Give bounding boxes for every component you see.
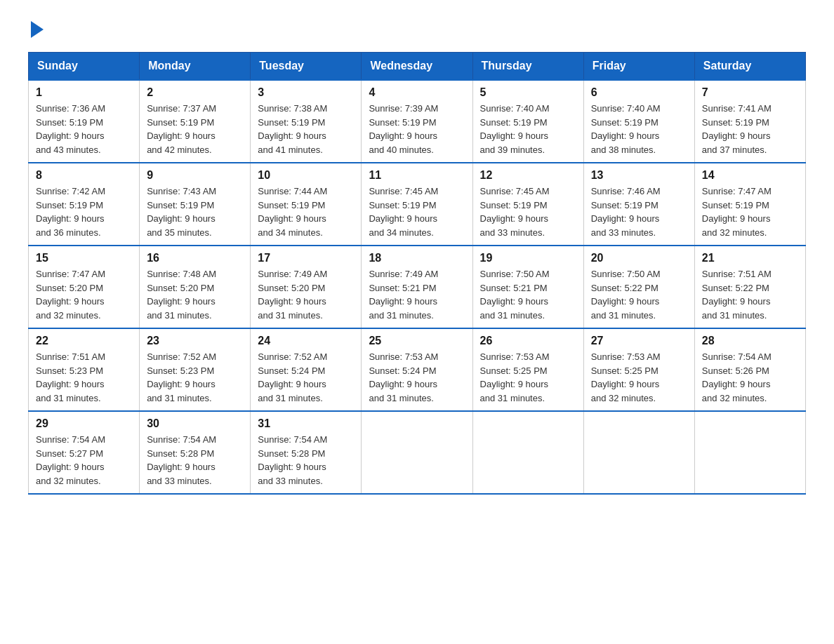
calendar-cell: 17 Sunrise: 7:49 AM Sunset: 5:20 PM Dayl… [251, 246, 362, 328]
day-number: 28 [702, 335, 798, 347]
day-number: 8 [36, 169, 132, 182]
day-info: Sunrise: 7:53 AM Sunset: 5:25 PM Dayligh… [480, 350, 576, 405]
day-number: 11 [369, 169, 465, 182]
day-info: Sunrise: 7:53 AM Sunset: 5:24 PM Dayligh… [369, 350, 465, 405]
day-number: 22 [36, 335, 132, 347]
calendar-cell: 18 Sunrise: 7:49 AM Sunset: 5:21 PM Dayl… [362, 246, 472, 328]
calendar-cell [362, 411, 472, 494]
calendar-cell: 27 Sunrise: 7:53 AM Sunset: 5:25 PM Dayl… [583, 328, 694, 411]
day-number: 2 [147, 86, 243, 99]
day-info: Sunrise: 7:48 AM Sunset: 5:20 PM Dayligh… [147, 267, 243, 322]
weekday-header-row: SundayMondayTuesdayWednesdayThursdayFrid… [29, 53, 806, 81]
day-number: 30 [147, 417, 243, 430]
day-info: Sunrise: 7:37 AM Sunset: 5:19 PM Dayligh… [147, 102, 243, 156]
day-number: 16 [147, 252, 243, 264]
calendar-table: SundayMondayTuesdayWednesdayThursdayFrid… [28, 52, 806, 495]
day-info: Sunrise: 7:36 AM Sunset: 5:19 PM Dayligh… [36, 102, 132, 156]
day-info: Sunrise: 7:54 AM Sunset: 5:28 PM Dayligh… [258, 433, 354, 488]
calendar-week-3: 15 Sunrise: 7:47 AM Sunset: 5:20 PM Dayl… [29, 246, 806, 328]
day-info: Sunrise: 7:49 AM Sunset: 5:20 PM Dayligh… [258, 267, 354, 322]
calendar-cell [583, 411, 694, 494]
calendar-cell: 12 Sunrise: 7:45 AM Sunset: 5:19 PM Dayl… [472, 163, 583, 246]
day-info: Sunrise: 7:49 AM Sunset: 5:21 PM Dayligh… [369, 267, 465, 322]
calendar-cell: 2 Sunrise: 7:37 AM Sunset: 5:19 PM Dayli… [140, 80, 251, 163]
calendar-week-4: 22 Sunrise: 7:51 AM Sunset: 5:23 PM Dayl… [29, 328, 806, 411]
day-info: Sunrise: 7:54 AM Sunset: 5:26 PM Dayligh… [702, 350, 798, 405]
calendar-cell: 24 Sunrise: 7:52 AM Sunset: 5:24 PM Dayl… [251, 328, 362, 411]
calendar-week-1: 1 Sunrise: 7:36 AM Sunset: 5:19 PM Dayli… [29, 80, 806, 163]
calendar-week-2: 8 Sunrise: 7:42 AM Sunset: 5:19 PM Dayli… [29, 163, 806, 246]
day-info: Sunrise: 7:52 AM Sunset: 5:23 PM Dayligh… [147, 350, 243, 405]
day-number: 14 [702, 169, 798, 182]
day-info: Sunrise: 7:39 AM Sunset: 5:19 PM Dayligh… [369, 102, 465, 156]
weekday-header-wednesday: Wednesday [362, 53, 472, 81]
weekday-header-thursday: Thursday [472, 53, 583, 81]
day-number: 20 [591, 252, 687, 264]
calendar-cell: 7 Sunrise: 7:41 AM Sunset: 5:19 PM Dayli… [694, 80, 805, 163]
day-number: 4 [369, 86, 465, 99]
day-info: Sunrise: 7:46 AM Sunset: 5:19 PM Dayligh… [591, 185, 687, 239]
day-number: 19 [480, 252, 576, 264]
day-number: 29 [36, 417, 132, 430]
day-info: Sunrise: 7:38 AM Sunset: 5:19 PM Dayligh… [258, 102, 354, 156]
day-number: 26 [480, 335, 576, 347]
day-info: Sunrise: 7:52 AM Sunset: 5:24 PM Dayligh… [258, 350, 354, 405]
calendar-cell [694, 411, 805, 494]
day-number: 3 [258, 86, 354, 99]
calendar-cell: 29 Sunrise: 7:54 AM Sunset: 5:27 PM Dayl… [29, 411, 140, 494]
day-number: 1 [36, 86, 132, 99]
day-info: Sunrise: 7:54 AM Sunset: 5:27 PM Dayligh… [36, 433, 132, 488]
day-number: 15 [36, 252, 132, 264]
calendar-cell [472, 411, 583, 494]
day-info: Sunrise: 7:47 AM Sunset: 5:19 PM Dayligh… [702, 185, 798, 239]
logo-triangle-icon [31, 21, 44, 38]
calendar-cell: 21 Sunrise: 7:51 AM Sunset: 5:22 PM Dayl… [694, 246, 805, 328]
calendar-cell: 19 Sunrise: 7:50 AM Sunset: 5:21 PM Dayl… [472, 246, 583, 328]
calendar-cell: 5 Sunrise: 7:40 AM Sunset: 5:19 PM Dayli… [472, 80, 583, 163]
calendar-cell: 3 Sunrise: 7:38 AM Sunset: 5:19 PM Dayli… [251, 80, 362, 163]
weekday-header-friday: Friday [583, 53, 694, 81]
calendar-cell: 28 Sunrise: 7:54 AM Sunset: 5:26 PM Dayl… [694, 328, 805, 411]
day-info: Sunrise: 7:45 AM Sunset: 5:19 PM Dayligh… [369, 185, 465, 239]
page-header [28, 21, 806, 38]
calendar-cell: 30 Sunrise: 7:54 AM Sunset: 5:28 PM Dayl… [140, 411, 251, 494]
calendar-cell: 15 Sunrise: 7:47 AM Sunset: 5:20 PM Dayl… [29, 246, 140, 328]
day-number: 21 [702, 252, 798, 264]
day-number: 25 [369, 335, 465, 347]
day-info: Sunrise: 7:54 AM Sunset: 5:28 PM Dayligh… [147, 433, 243, 488]
calendar-cell: 25 Sunrise: 7:53 AM Sunset: 5:24 PM Dayl… [362, 328, 472, 411]
calendar-cell: 16 Sunrise: 7:48 AM Sunset: 5:20 PM Dayl… [140, 246, 251, 328]
calendar-cell: 1 Sunrise: 7:36 AM Sunset: 5:19 PM Dayli… [29, 80, 140, 163]
day-number: 18 [369, 252, 465, 264]
day-info: Sunrise: 7:43 AM Sunset: 5:19 PM Dayligh… [147, 185, 243, 239]
day-number: 27 [591, 335, 687, 347]
day-info: Sunrise: 7:53 AM Sunset: 5:25 PM Dayligh… [591, 350, 687, 405]
day-number: 31 [258, 417, 354, 430]
calendar-cell: 8 Sunrise: 7:42 AM Sunset: 5:19 PM Dayli… [29, 163, 140, 246]
calendar-cell: 26 Sunrise: 7:53 AM Sunset: 5:25 PM Dayl… [472, 328, 583, 411]
day-info: Sunrise: 7:50 AM Sunset: 5:21 PM Dayligh… [480, 267, 576, 322]
logo [28, 21, 44, 38]
calendar-cell: 9 Sunrise: 7:43 AM Sunset: 5:19 PM Dayli… [140, 163, 251, 246]
day-number: 10 [258, 169, 354, 182]
weekday-header-sunday: Sunday [29, 53, 140, 81]
day-number: 6 [591, 86, 687, 99]
calendar-cell: 22 Sunrise: 7:51 AM Sunset: 5:23 PM Dayl… [29, 328, 140, 411]
calendar-cell: 6 Sunrise: 7:40 AM Sunset: 5:19 PM Dayli… [583, 80, 694, 163]
day-info: Sunrise: 7:40 AM Sunset: 5:19 PM Dayligh… [480, 102, 576, 156]
day-info: Sunrise: 7:41 AM Sunset: 5:19 PM Dayligh… [702, 102, 798, 156]
weekday-header-monday: Monday [140, 53, 251, 81]
day-number: 9 [147, 169, 243, 182]
calendar-week-5: 29 Sunrise: 7:54 AM Sunset: 5:27 PM Dayl… [29, 411, 806, 494]
calendar-cell: 23 Sunrise: 7:52 AM Sunset: 5:23 PM Dayl… [140, 328, 251, 411]
calendar-cell: 20 Sunrise: 7:50 AM Sunset: 5:22 PM Dayl… [583, 246, 694, 328]
day-info: Sunrise: 7:50 AM Sunset: 5:22 PM Dayligh… [591, 267, 687, 322]
weekday-header-tuesday: Tuesday [251, 53, 362, 81]
weekday-header-saturday: Saturday [694, 53, 805, 81]
calendar-cell: 4 Sunrise: 7:39 AM Sunset: 5:19 PM Dayli… [362, 80, 472, 163]
calendar-cell: 14 Sunrise: 7:47 AM Sunset: 5:19 PM Dayl… [694, 163, 805, 246]
day-info: Sunrise: 7:45 AM Sunset: 5:19 PM Dayligh… [480, 185, 576, 239]
day-info: Sunrise: 7:51 AM Sunset: 5:22 PM Dayligh… [702, 267, 798, 322]
day-number: 12 [480, 169, 576, 182]
day-info: Sunrise: 7:47 AM Sunset: 5:20 PM Dayligh… [36, 267, 132, 322]
